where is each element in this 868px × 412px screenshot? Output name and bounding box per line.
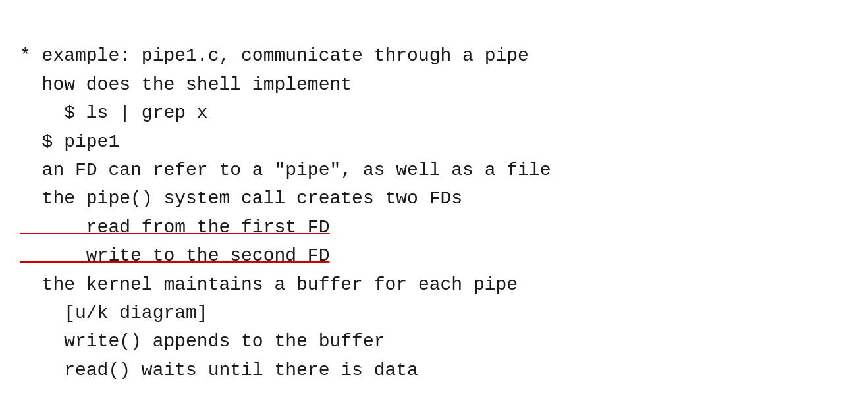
underlined-text: read from the first FD xyxy=(20,217,329,238)
code-line-line2: how does the shell implement xyxy=(20,70,551,99)
main-content: * example: pipe1.c, communicate through … xyxy=(20,13,551,384)
code-line-line11: write() appends to the buffer xyxy=(20,327,551,355)
code-line-line8: write to the second FD xyxy=(20,242,551,270)
underlined-text: write to the second FD xyxy=(20,245,329,266)
code-line-line9: the kernel maintains a buffer for each p… xyxy=(20,270,551,299)
code-line-line3: $ ls | grep x xyxy=(20,99,551,127)
code-line-line7: read from the first FD xyxy=(20,213,551,242)
code-line-line6: the pipe() system call creates two FDs xyxy=(20,184,551,213)
code-line-line4: $ pipe1 xyxy=(20,128,551,156)
code-line-line5: an FD can refer to a "pipe", as well as … xyxy=(20,156,551,184)
code-line-line12: read() waits until there is data xyxy=(20,356,551,384)
code-line-line10: [u/k diagram] xyxy=(20,299,551,327)
code-line-line1: * example: pipe1.c, communicate through … xyxy=(20,41,551,70)
